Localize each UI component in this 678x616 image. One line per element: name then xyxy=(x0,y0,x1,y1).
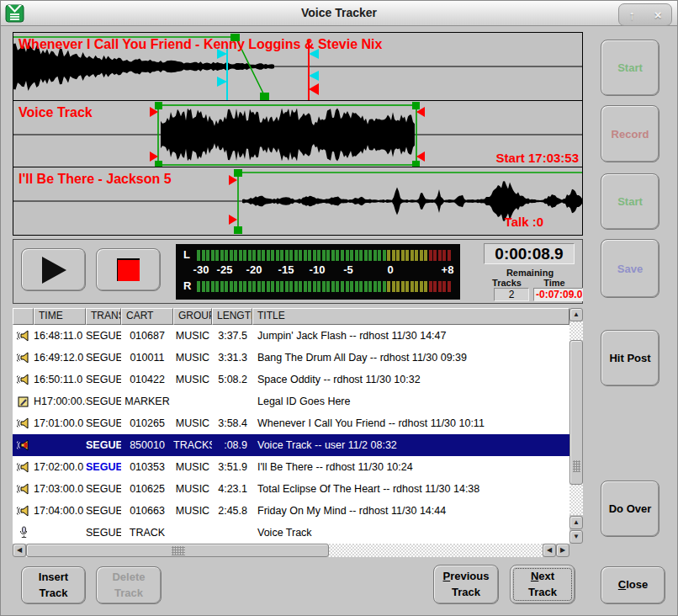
track2-title: Voice Track xyxy=(19,105,93,119)
audio-meter: L R -30-25-20-15-10-50+8 xyxy=(176,244,460,300)
close-button[interactable]: Close xyxy=(601,566,665,604)
header-group[interactable]: GROUP xyxy=(173,308,212,325)
stop-button[interactable] xyxy=(96,248,161,291)
delete-track-button[interactable]: DeleteTrack xyxy=(96,566,162,604)
speaker-icon xyxy=(13,412,34,434)
close-icon[interactable]: × xyxy=(654,8,662,21)
remaining-label: Remaining xyxy=(484,268,576,278)
start-button-1[interactable]: Start xyxy=(601,40,659,96)
end-marker[interactable] xyxy=(309,83,319,95)
table-row[interactable]: SEGUE850010TRACKS:08.9Voice Track -- use… xyxy=(13,434,569,456)
play-button[interactable] xyxy=(21,248,86,291)
hit-post-button[interactable]: Hit Post xyxy=(601,330,659,386)
end-marker[interactable] xyxy=(416,151,425,162)
insert-track-button[interactable]: InsertTrack xyxy=(21,566,86,604)
table-row[interactable]: SEGUETRACKVoice Track xyxy=(13,522,569,544)
table-row[interactable]: 17:03:00.0SEGUE010625MUSIC4:23.1Total Ec… xyxy=(13,478,569,500)
region-handle[interactable] xyxy=(412,102,420,109)
play-icon xyxy=(39,255,69,285)
previous-track-button[interactable]: PreviousTrack xyxy=(433,565,499,604)
header-icon-column[interactable] xyxy=(13,308,34,325)
meter-left-bar xyxy=(197,250,452,261)
start-marker[interactable] xyxy=(150,151,158,162)
next-track-button[interactable]: NextTrack xyxy=(510,565,575,604)
table-row[interactable]: 16:49:12.0SEGUE010011MUSIC3:31.3Bang The… xyxy=(13,347,569,369)
track2-waveform[interactable]: Voice Track Start 17:03:53 xyxy=(13,100,582,167)
scroll-up-icon[interactable]: ▲ xyxy=(569,516,583,529)
header-trans[interactable]: TRANS xyxy=(86,308,121,325)
elapsed-time-display: 0:00:08.9 xyxy=(484,243,575,264)
table-row[interactable]: 16:48:11.0SEGUE010687MUSIC3:37.5Jumpin' … xyxy=(13,325,569,347)
track3-waveform[interactable]: I'll Be There - Jackson 5 Talk :0 xyxy=(13,167,582,235)
start-handle[interactable] xyxy=(234,169,242,177)
waveform-panel: Whenever I Call You Friend - Kenny Loggi… xyxy=(13,32,583,236)
scroll-up-icon[interactable]: ▲ xyxy=(569,308,583,321)
mic-icon xyxy=(13,522,34,544)
meter-scale-label: -10 xyxy=(310,263,326,276)
table-row[interactable]: 17:01:00.0SEGUE010265MUSIC3:58.4Whenever… xyxy=(13,412,569,434)
vscroll-thumb[interactable] xyxy=(569,340,583,485)
track2-start-time: Start 17:03:53 xyxy=(496,151,579,165)
scroll-left-icon[interactable]: ◀ xyxy=(543,544,556,557)
region-handle[interactable] xyxy=(155,102,162,109)
table-row[interactable]: 16:50:11.0SEGUE010422MUSIC5:08.2Space Od… xyxy=(13,369,569,390)
header-cart[interactable]: CART xyxy=(121,308,173,325)
speaker-icon xyxy=(13,347,34,369)
header-time[interactable]: TIME xyxy=(34,308,86,325)
table-row[interactable]: 17:04:00.0SEGUE010663MUSIC2:45.8Friday O… xyxy=(13,500,569,522)
meter-scale-label: -30 xyxy=(193,263,209,276)
window-controls: ↑ × xyxy=(618,3,672,26)
meter-right-bar xyxy=(197,281,452,292)
remaining-tracks-value: 2 xyxy=(494,288,529,301)
fade-handle[interactable] xyxy=(260,93,269,100)
track1-title: Whenever I Call You Friend - Kenny Loggi… xyxy=(19,37,382,51)
do-over-button[interactable]: Do Over xyxy=(601,481,659,537)
remaining-time-value: -0:07:09.0 xyxy=(533,288,583,301)
meter-scale-label: -20 xyxy=(246,263,262,276)
table-row[interactable]: H17:00:00.0SEGUEMARKERLegal ID Goes Here xyxy=(13,390,569,412)
region-handle[interactable] xyxy=(155,161,162,167)
scroll-down-icon[interactable]: ▼ xyxy=(569,530,583,544)
thumb-grip xyxy=(172,546,185,555)
titlebar: Voice Tracker ↑ × xyxy=(1,1,677,26)
marker-icon xyxy=(13,390,34,412)
speaker-active-icon xyxy=(13,434,34,456)
meter-scale-label: -25 xyxy=(217,263,233,276)
voice-tracker-window: Voice Tracker ↑ × Whenever I Call You Fr… xyxy=(0,0,678,616)
speaker-icon xyxy=(13,369,34,390)
remaining-time-label: Time xyxy=(530,278,579,288)
remaining-tracks-label: Tracks xyxy=(484,278,530,288)
speaker-icon xyxy=(13,500,34,522)
hscroll-thumb[interactable] xyxy=(26,544,329,557)
log-table-body: 16:48:11.0SEGUE010687MUSIC3:37.5Jumpin' … xyxy=(13,325,569,544)
meter-left-label: L xyxy=(183,248,190,261)
vertical-scrollbar[interactable]: ▲ ▲ ▼ xyxy=(569,308,583,544)
table-row[interactable]: 17:02:00.0SEGUE010353MUSIC3:51.9I'll Be … xyxy=(13,456,569,478)
track3-talk-time: Talk :0 xyxy=(505,215,543,229)
horizontal-scrollbar[interactable]: ◀ ◀ ▶ xyxy=(13,544,569,557)
header-length[interactable]: LENGTH xyxy=(212,308,252,325)
track1-waveform[interactable]: Whenever I Call You Friend - Kenny Loggi… xyxy=(13,33,582,100)
speaker-icon xyxy=(13,478,34,500)
record-button[interactable]: Record xyxy=(601,105,659,162)
log-table: TIME TRANS CART GROUP LENGTH TITLE 16:48… xyxy=(13,308,583,557)
meter-scale-label: -15 xyxy=(278,263,294,276)
region-handle[interactable] xyxy=(412,161,420,167)
scroll-right-icon[interactable]: ▶ xyxy=(556,544,569,557)
table-header: TIME TRANS CART GROUP LENGTH TITLE xyxy=(13,308,569,325)
meter-scale: -30-25-20-15-10-50+8 xyxy=(197,263,452,277)
maximize-icon[interactable]: ↑ xyxy=(628,8,635,21)
start-marker[interactable] xyxy=(229,215,237,225)
scroll-left-icon[interactable]: ◀ xyxy=(13,544,26,557)
meter-scale-label: +8 xyxy=(442,263,454,276)
speaker-icon xyxy=(13,325,34,347)
start-handle[interactable] xyxy=(234,226,242,234)
speaker-icon xyxy=(13,456,34,478)
thumb-grip xyxy=(573,460,580,472)
segue-end-marker[interactable] xyxy=(309,71,319,81)
meter-scale-label: -5 xyxy=(343,263,353,276)
header-title[interactable]: TITLE xyxy=(252,308,569,325)
save-button[interactable]: Save xyxy=(601,239,659,298)
segue-marker[interactable] xyxy=(217,77,227,87)
start-button-2[interactable]: Start xyxy=(601,173,659,230)
